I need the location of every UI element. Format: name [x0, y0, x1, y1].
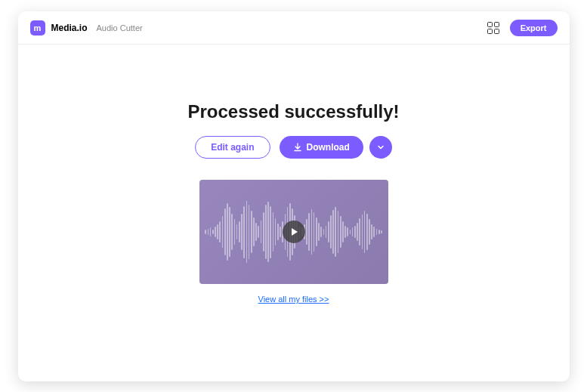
logo-text: m	[34, 23, 42, 32]
play-button[interactable]	[283, 221, 305, 243]
main-content: Processed successfully! Edit again Downl…	[18, 45, 570, 381]
audio-preview	[199, 180, 388, 284]
export-button[interactable]: Export	[510, 20, 558, 36]
brand-name[interactable]: Media.io	[51, 23, 88, 33]
download-group: Download	[280, 136, 392, 159]
download-label: Download	[307, 142, 350, 153]
app-container: m Media.io Audio Cutter Export Processed…	[18, 11, 570, 381]
edit-again-button[interactable]: Edit again	[195, 136, 270, 159]
download-button[interactable]: Download	[280, 136, 363, 159]
header: m Media.io Audio Cutter Export	[18, 11, 570, 45]
success-title: Processed successfully!	[187, 101, 399, 122]
play-icon	[292, 228, 298, 236]
logo-icon[interactable]: m	[30, 20, 45, 35]
apps-grid-icon[interactable]	[487, 22, 499, 34]
chevron-down-icon	[377, 142, 385, 153]
app-subtitle: Audio Cutter	[97, 23, 143, 32]
download-icon	[293, 143, 302, 152]
view-all-files-link[interactable]: View all my files >>	[258, 295, 329, 304]
action-row: Edit again Download	[195, 136, 392, 159]
download-options-button[interactable]	[369, 136, 392, 159]
